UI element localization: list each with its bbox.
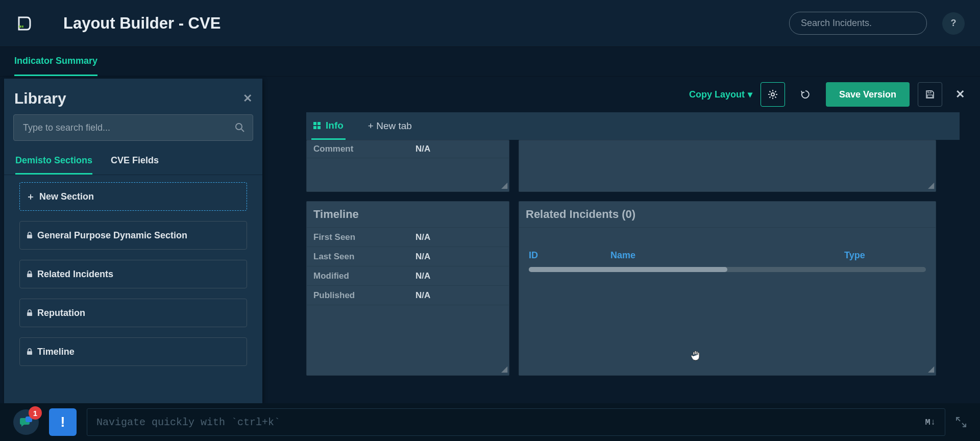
svg-line-16 <box>775 91 776 92</box>
svg-rect-5 <box>27 274 32 277</box>
plus-icon: ＋ <box>26 190 35 203</box>
undo-icon <box>800 89 811 100</box>
svg-rect-4 <box>27 235 32 238</box>
editor-toolbar: Copy Layout ▾ Save Version ✕ <box>265 77 980 112</box>
search-incidents-input[interactable] <box>789 12 927 35</box>
layout-tab-strip: Info + New tab <box>306 112 960 140</box>
copy-layout-label: Copy Layout <box>689 89 745 100</box>
command-line-input[interactable]: Navigate quickly with `ctrl+k` M↓ <box>87 408 945 436</box>
library-item-label: Timeline <box>37 347 75 357</box>
field-value: N/A <box>415 290 430 301</box>
save-icon-button[interactable] <box>918 82 942 107</box>
table-header: ID Name Type <box>519 243 936 266</box>
card-comment[interactable]: Comment N/A ◢ <box>306 140 509 192</box>
save-version-label: Save Version <box>839 89 896 100</box>
tab-indicator-summary[interactable]: Indicator Summary <box>14 47 97 76</box>
library-panel: Library ✕ Demisto Sections CVE Fields ＋ … <box>4 79 262 403</box>
svg-rect-0 <box>19 26 21 28</box>
resize-handle-icon[interactable]: ◢ <box>928 180 934 190</box>
svg-rect-19 <box>313 122 316 125</box>
field-label: Last Seen <box>313 252 415 262</box>
svg-point-8 <box>771 93 774 96</box>
library-item-label: Related Incidents <box>37 269 113 280</box>
close-icon[interactable]: ✕ <box>243 92 252 105</box>
svg-rect-6 <box>27 312 32 316</box>
command-button[interactable]: ! <box>49 408 77 436</box>
tab-cve-fields[interactable]: CVE Fields <box>111 149 159 175</box>
field-value: N/A <box>415 252 430 262</box>
svg-rect-18 <box>927 95 933 97</box>
field-label: First Seen <box>313 232 415 242</box>
save-icon <box>925 90 935 99</box>
grid-icon <box>313 122 321 129</box>
horizontal-scrollbar[interactable] <box>529 267 926 272</box>
svg-line-24 <box>957 418 960 421</box>
footer-bar: 1 ! Navigate quickly with `ctrl+k` M↓ <box>0 403 980 441</box>
grab-cursor-icon <box>690 349 703 362</box>
library-item-timeline[interactable]: Timeline <box>19 337 247 366</box>
chat-button[interactable]: 1 <box>13 409 39 435</box>
save-version-button[interactable]: Save Version <box>826 82 910 107</box>
card-timeline[interactable]: Timeline First SeenN/A Last SeenN/A Modi… <box>306 201 509 376</box>
markdown-icon: M↓ <box>925 418 936 427</box>
svg-line-25 <box>962 423 966 427</box>
col-id[interactable]: ID <box>529 250 610 261</box>
card-related-incidents[interactable]: Related Incidents (0) ID Name Type ◢ <box>519 201 936 376</box>
settings-button[interactable] <box>761 82 785 107</box>
main-area: Library ✕ Demisto Sections CVE Fields ＋ … <box>0 77 980 403</box>
layout-canvas[interactable]: Comment N/A ◢ ◢ Timeline First SeenN/A L… <box>306 140 960 403</box>
svg-rect-20 <box>317 122 321 125</box>
col-type[interactable]: Type <box>844 250 926 261</box>
new-tab-button[interactable]: + New tab <box>366 112 414 140</box>
library-item-related-incidents[interactable]: Related Incidents <box>19 260 247 288</box>
new-section-label: New Section <box>39 191 94 202</box>
new-tab-label: + New tab <box>368 120 412 132</box>
new-section-button[interactable]: ＋ New Section <box>19 182 247 211</box>
library-item-label: General Purpose Dynamic Section <box>37 230 187 241</box>
tab-demisto-sections[interactable]: Demisto Sections <box>15 149 92 175</box>
field-label: Published <box>313 290 415 301</box>
demisto-logo-icon <box>15 15 33 32</box>
app-header: Layout Builder - CVE ? <box>0 0 980 47</box>
editor-pane: Copy Layout ▾ Save Version ✕ <box>265 77 980 403</box>
subtab-bar: Indicator Summary <box>0 47 980 77</box>
field-label: Modified <box>313 271 415 281</box>
chevron-down-icon: ▾ <box>748 89 752 100</box>
field-value: N/A <box>415 232 430 242</box>
gear-icon <box>768 89 778 100</box>
notification-badge: 1 <box>29 406 42 420</box>
svg-line-14 <box>775 96 776 97</box>
svg-line-15 <box>769 96 770 97</box>
svg-rect-22 <box>317 126 321 129</box>
page-title: Layout Builder - CVE <box>63 14 789 33</box>
layout-tab-label: Info <box>326 120 344 131</box>
copy-layout-button[interactable]: Copy Layout ▾ <box>689 89 752 100</box>
library-item-label: Reputation <box>37 308 85 318</box>
layout-tab-info[interactable]: Info <box>311 112 346 140</box>
resize-handle-icon[interactable]: ◢ <box>928 364 934 374</box>
card-empty-top[interactable]: ◢ <box>519 140 936 192</box>
revert-button[interactable] <box>793 82 818 107</box>
lock-icon <box>26 348 33 355</box>
svg-rect-7 <box>27 351 32 355</box>
library-item-general-purpose[interactable]: General Purpose Dynamic Section <box>19 221 247 250</box>
library-title: Library <box>14 90 243 107</box>
svg-rect-21 <box>313 126 316 129</box>
expand-button[interactable] <box>955 416 967 428</box>
field-value: N/A <box>415 144 430 154</box>
help-button[interactable]: ? <box>942 12 965 35</box>
col-name[interactable]: Name <box>610 250 844 261</box>
resize-handle-icon[interactable]: ◢ <box>501 180 507 190</box>
library-search-input[interactable] <box>13 114 253 141</box>
lock-icon <box>26 271 33 278</box>
lock-icon <box>26 232 33 239</box>
field-value: N/A <box>415 271 430 281</box>
field-label: Comment <box>313 144 415 154</box>
cli-hint: Navigate quickly with `ctrl+k` <box>96 416 280 428</box>
lock-icon <box>26 309 33 316</box>
svg-line-13 <box>769 91 770 92</box>
card-title: Timeline <box>306 201 509 228</box>
library-item-reputation[interactable]: Reputation <box>19 299 247 327</box>
close-editor-button[interactable]: ✕ <box>955 88 965 101</box>
resize-handle-icon[interactable]: ◢ <box>501 364 507 374</box>
